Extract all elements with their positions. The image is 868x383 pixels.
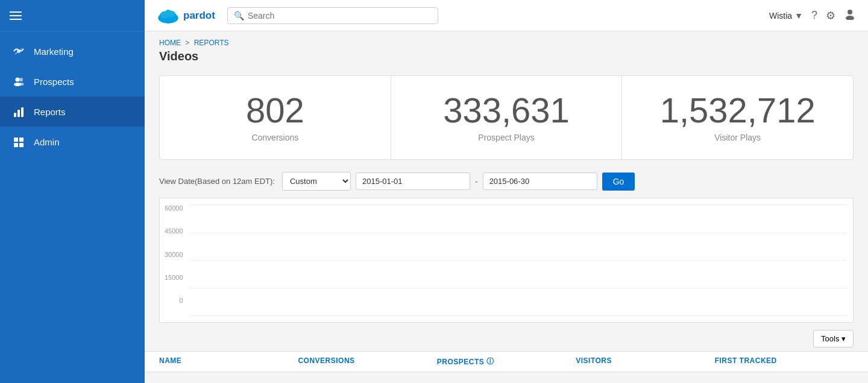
breadcrumb: HOME > REPORTS [159,39,854,47]
logo-text: pardot [183,10,215,22]
topbar-right: Wistia ▼ ? ⚙ [769,8,856,23]
sidebar-item-admin[interactable]: Admin [0,127,145,157]
hamburger-menu-icon[interactable] [10,11,22,20]
logo: pardot [157,8,215,24]
start-date-input[interactable] [356,173,470,190]
stat-number-visitor-plays: 1,532,712 [634,93,841,128]
user-dropdown[interactable]: Wistia ▼ [769,11,803,21]
date-filter-label: View Date(Based on 12am EDT): [159,177,275,186]
search-bar[interactable]: 🔍 [227,7,438,24]
svg-rect-8 [14,138,18,142]
search-icon: 🔍 [234,11,244,21]
main-area: pardot 🔍 Wistia ▼ ? ⚙ HOME [145,0,868,383]
marketing-icon [12,45,25,58]
th-first-tracked: FIRST TRACKED [715,356,854,367]
date-range-select[interactable]: Custom Last 7 Days Last 30 Days Last 90 … [282,172,351,191]
stat-card-conversions: 802 Conversions [160,76,391,159]
chart-y-label-60000: 60000 [165,204,183,212]
svg-point-4 [19,83,24,86]
chart-y-label-0: 0 [179,297,183,304]
chevron-down-icon: ▼ [794,11,803,21]
th-prospects: PROSPECTS ⓘ [437,356,576,367]
svg-point-18 [165,10,172,15]
sidebar-item-label: Prospects [34,77,74,87]
stat-number-conversions: 802 [172,93,379,128]
svg-rect-7 [21,107,24,117]
stat-label-conversions: Conversions [172,133,379,142]
chart-y-labels: 60000 45000 30000 15000 0 [165,204,183,304]
stats-row: 802 Conversions 333,631 Prospect Plays 1… [159,75,854,160]
settings-icon[interactable]: ⚙ [826,9,835,22]
stat-card-visitor-plays: 1,532,712 Visitor Plays [622,76,853,159]
prospects-icon [12,75,25,88]
th-conversions: CONVERSIONS [298,356,436,367]
svg-point-2 [19,78,23,81]
svg-rect-5 [14,113,16,117]
chart-container: 60000 45000 30000 15000 0 [159,198,854,323]
svg-rect-11 [19,143,24,147]
sidebar-nav: Marketing Prospects [0,31,145,383]
svg-rect-6 [17,110,20,117]
breadcrumb-home[interactable]: HOME [159,39,181,47]
table-header: NAME CONVERSIONS PROSPECTS ⓘ VISITORS FI… [145,351,868,372]
stat-label-prospect-plays: Prospect Plays [403,133,610,142]
svg-point-20 [846,16,854,20]
content-area: HOME > REPORTS Videos 802 Conversions 33… [145,31,868,383]
end-date-input[interactable] [483,173,597,190]
svg-rect-9 [19,138,24,142]
sidebar-item-label: Marketing [34,46,74,57]
th-name: NAME [159,356,298,367]
breadcrumb-separator: > [185,39,189,47]
svg-point-19 [848,10,852,14]
stat-card-prospect-plays: 333,631 Prospect Plays [391,76,623,159]
page-title: Videos [159,49,854,63]
reports-icon [12,105,25,118]
sidebar-item-label: Admin [34,137,60,147]
salesforce-cloud-logo [157,8,180,24]
chart-y-label-30000: 30000 [165,251,183,258]
user-name: Wistia [769,11,792,21]
go-button[interactable]: Go [602,173,635,191]
prospects-info-icon[interactable]: ⓘ [486,356,494,367]
svg-point-1 [16,78,20,82]
sidebar-item-marketing[interactable]: Marketing [0,36,145,66]
chart-y-label-45000: 45000 [165,227,183,235]
date-filter: View Date(Based on 12am EDT): Custom Las… [145,167,868,198]
date-separator: - [475,177,478,186]
chart-bars [190,204,847,316]
sidebar-item-label: Reports [34,107,66,117]
chart-inner [190,204,847,316]
admin-icon [12,135,25,148]
sidebar: Marketing Prospects [0,0,145,383]
sidebar-header [0,0,145,31]
th-visitors: VISITORS [576,356,714,367]
breadcrumb-bar: HOME > REPORTS Videos [145,31,868,68]
chart-y-label-15000: 15000 [165,274,183,281]
help-icon[interactable]: ? [811,9,817,22]
svg-rect-10 [14,143,18,147]
stat-label-visitor-plays: Visitor Plays [634,133,841,142]
tools-button[interactable]: Tools ▾ [813,330,854,347]
search-input[interactable] [248,11,432,21]
stat-number-prospect-plays: 333,631 [403,93,610,128]
table-controls: Tools ▾ [145,323,868,351]
topbar: pardot 🔍 Wistia ▼ ? ⚙ [145,0,868,31]
user-icon[interactable] [844,8,856,23]
sidebar-item-reports[interactable]: Reports [0,97,145,127]
breadcrumb-reports[interactable]: REPORTS [194,39,229,47]
sidebar-item-prospects[interactable]: Prospects [0,66,145,97]
